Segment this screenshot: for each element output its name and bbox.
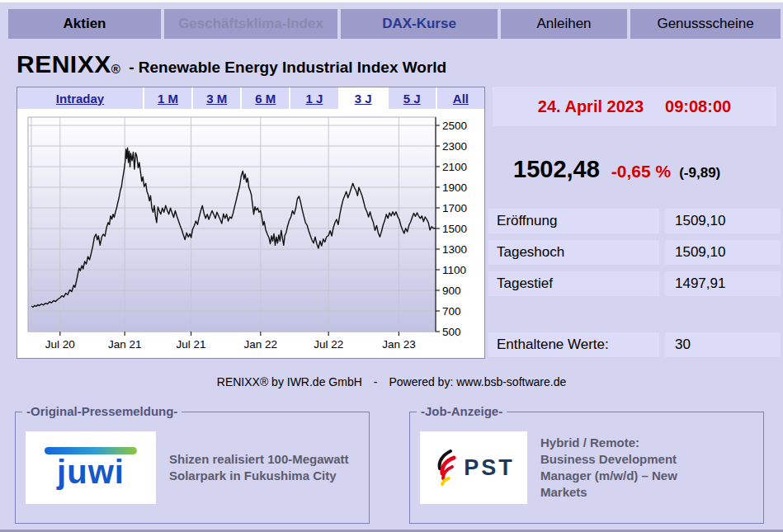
stat-row-enthaltene-werte: Enthaltene Werte: 30 [488, 332, 781, 357]
stats-spacer [488, 303, 781, 332]
range-link-5j[interactable]: 5 J [403, 92, 421, 106]
job-ad-body: PST Hybrid / Remote: Business Developmen… [410, 412, 763, 523]
quote-row: 1502,48 -0,65 % (-9,89) [513, 156, 781, 184]
registered-mark: ® [111, 62, 120, 76]
press-release-link[interactable]: Shizen realisiert 100-Megawatt Solarpark… [169, 451, 349, 485]
nav-tab-genussscheine[interactable]: Genussscheine [630, 9, 781, 39]
job-ad-panel: -Job-Anzeige- PST Hybrid / Remote: Busin… [409, 412, 764, 524]
range-tab-intraday[interactable]: Intraday [17, 87, 144, 109]
ad-panels-row: -Original-Pressemeldung- juwi Shizen rea… [15, 412, 783, 524]
y-tick-label: 2300 [442, 140, 467, 153]
y-tick-label: 1900 [442, 181, 467, 194]
stat-value: 30 [665, 332, 781, 357]
juwi-logo[interactable]: juwi [26, 431, 156, 504]
nav-tab-aktien[interactable]: Aktien [8, 9, 161, 39]
stat-label: Enthaltene Werte: [488, 332, 659, 357]
y-tick-label: 1100 [442, 264, 466, 276]
main-row: Intraday 1 M 3 M 6 M 1 J 3 J 5 J All 250… [17, 87, 783, 364]
quote-date: 24. April 2023 [538, 97, 644, 116]
range-link-3j[interactable]: 3 J [355, 92, 372, 106]
credit-left: RENIXX® by IWR.de GmbH [217, 375, 362, 388]
range-tab-6m[interactable]: 6 M [242, 87, 290, 109]
range-tab-1m[interactable]: 1 M [144, 87, 193, 109]
range-tab-3m[interactable]: 3 M [193, 87, 242, 109]
x-tick-label: Jul 20 [45, 338, 75, 351]
range-tab-1j[interactable]: 1 J [290, 87, 339, 109]
range-link-6m[interactable]: 6 M [255, 92, 276, 106]
stat-value: 1497,91 [665, 271, 781, 296]
stat-row-eroeffnung: Eröffnung 1509,10 [488, 209, 781, 233]
y-tick-label: 900 [442, 285, 461, 297]
stat-row-tageshoch: Tageshoch 1509,10 [488, 240, 781, 265]
y-tick-label: 2100 [442, 161, 467, 173]
job-ad-legend: -Job-Anzeige- [417, 404, 507, 419]
pst-feather-icon [432, 449, 457, 487]
credit-line: RENIXX® by IWR.de GmbH-Powered by: www.b… [0, 375, 783, 388]
press-release-legend: -Original-Pressemeldung- [22, 404, 182, 419]
y-tick-label: 1300 [442, 243, 467, 256]
renixx-page: Aktien Geschäftsklima-Index DAX-Kurse An… [0, 0, 783, 532]
stats-table: Eröffnung 1509,10 Tageshoch 1509,10 Tage… [488, 209, 781, 357]
nav-tab-dax-kurse[interactable]: DAX-Kurse [341, 9, 498, 39]
nav-tab-anleihen[interactable]: Anleihen [501, 9, 627, 39]
index-subtitle: - Renewable Energy Industrial Index Worl… [129, 59, 446, 76]
chart-range-tabbar: Intraday 1 M 3 M 6 M 1 J 3 J 5 J All [17, 87, 484, 109]
change-percent: -0,65 % [611, 162, 671, 181]
top-nav-tabbar: Aktien Geschäftsklima-Index DAX-Kurse An… [8, 9, 783, 39]
nav-tab-geschaeftsklima-index[interactable]: Geschäftsklima-Index [164, 9, 337, 39]
press-release-panel: -Original-Pressemeldung- juwi Shizen rea… [15, 412, 370, 524]
stat-value: 1509,10 [665, 209, 781, 233]
range-tab-5j[interactable]: 5 J [389, 87, 437, 109]
range-link-intraday[interactable]: Intraday [56, 92, 104, 106]
credit-separator: - [374, 375, 378, 388]
index-name: RENIXX [17, 50, 111, 78]
stat-label: Tagestief [488, 271, 659, 296]
y-tick-label: 500 [442, 326, 461, 338]
quote-time: 09:08:00 [665, 97, 731, 116]
job-ad-link[interactable]: Hybrid / Remote: Business Development Ma… [540, 435, 677, 501]
x-tick-label: Jul 22 [314, 338, 343, 351]
plot-background [28, 117, 436, 332]
range-tab-3j[interactable]: 3 J [340, 87, 389, 109]
stat-row-tagestief: Tagestief 1497,91 [488, 271, 781, 296]
change-absolute: (-9,89) [679, 165, 720, 181]
credit-right: Powered by: www.bsb-software.de [389, 375, 566, 388]
x-tick-label: Jan 23 [382, 338, 416, 351]
pst-logo-wordmark: PST [464, 455, 515, 481]
range-link-all[interactable]: All [453, 92, 469, 106]
quote-panel: 24. April 2023 09:08:00 1502,48 -0,65 % … [488, 87, 781, 364]
quote-timestamp: 24. April 2023 09:08:00 [493, 87, 776, 126]
stat-label: Eröffnung [488, 209, 659, 233]
chart-area: 2500230021001900170015001300110090070050… [17, 109, 484, 358]
y-tick-label: 2500 [442, 120, 467, 132]
press-release-body: juwi Shizen realisiert 100-Megawatt Sola… [16, 412, 369, 523]
x-tick-label: Jan 22 [244, 338, 278, 351]
y-tick-label: 700 [442, 305, 461, 318]
range-link-1j[interactable]: 1 J [306, 92, 323, 106]
range-tab-all[interactable]: All [437, 87, 484, 109]
juwi-logo-wordmark: juwi [57, 455, 125, 488]
stat-label: Tageshoch [488, 240, 659, 265]
pst-logo[interactable]: PST [420, 431, 527, 504]
x-tick-label: Jul 21 [177, 338, 206, 351]
y-tick-label: 1500 [442, 223, 467, 235]
range-link-1m[interactable]: 1 M [158, 92, 178, 106]
y-tick-label: 1700 [442, 202, 467, 214]
stat-value: 1509,10 [665, 240, 781, 265]
price-chart-svg: 2500230021001900170015001300110090070050… [17, 112, 484, 353]
x-tick-label: Jan 21 [108, 338, 142, 351]
range-link-3m[interactable]: 3 M [206, 92, 227, 106]
page-title: RENIXX® - Renewable Energy Industrial In… [17, 50, 783, 78]
index-price: 1502,48 [513, 156, 600, 183]
chart-card: Intraday 1 M 3 M 6 M 1 J 3 J 5 J All 250… [17, 87, 485, 359]
